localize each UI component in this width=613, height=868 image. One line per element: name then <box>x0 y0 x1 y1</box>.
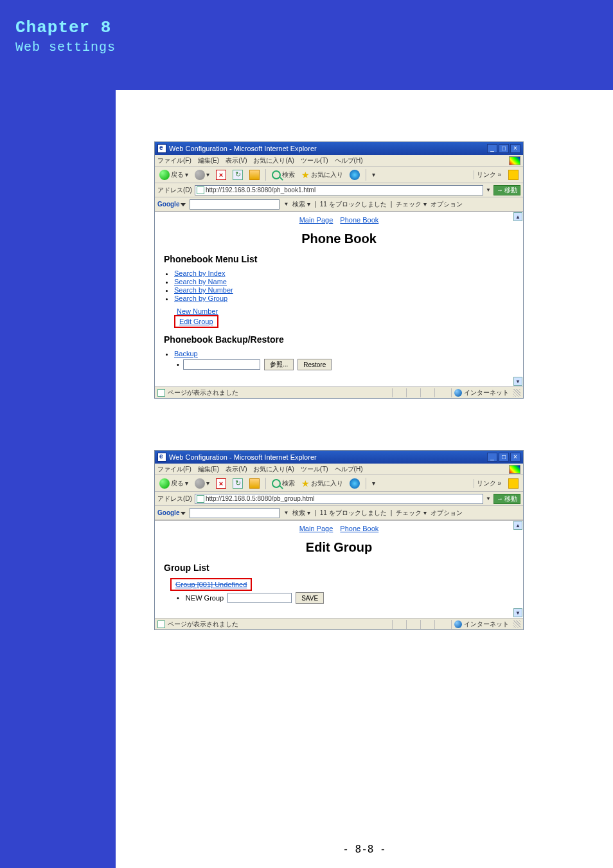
menu-edit[interactable]: 編集(E) <box>198 156 219 165</box>
google-toolbar: Google ▼ 検索 ▾ | 11 をブロックしました | チェック ▾ オプ… <box>155 197 523 212</box>
address-dropdown[interactable]: ▼ <box>486 496 491 502</box>
menu-tools[interactable]: ツール(T) <box>301 156 328 165</box>
google-options[interactable]: オプション <box>431 509 463 518</box>
chapter-subtitle: Web settings <box>15 40 116 55</box>
minimize-button[interactable]: _ <box>487 144 497 153</box>
address-url: http://192.168.0.5:8080/pb_group.html <box>206 495 315 502</box>
google-check[interactable]: チェック ▾ <box>396 509 427 518</box>
media-button[interactable] <box>348 168 362 181</box>
restore-file-input[interactable] <box>183 359 260 370</box>
page-icon <box>197 495 204 503</box>
address-url: http://192.168.0.5:8080/ph_book1.html <box>206 186 315 194</box>
close-button[interactable]: × <box>510 453 520 462</box>
scroll-down-button[interactable]: ▼ <box>513 608 522 617</box>
media-button[interactable] <box>348 477 362 490</box>
phone-book-link[interactable]: Phone Book <box>340 525 378 532</box>
backup-link[interactable]: Backup <box>174 350 198 357</box>
browse-button[interactable]: 参照... <box>264 359 294 370</box>
home-button[interactable] <box>247 477 262 490</box>
menu-view[interactable]: 表示(V) <box>226 465 247 474</box>
main-page-link[interactable]: Main Page <box>299 525 333 532</box>
scroll-up-button[interactable]: ▲ <box>513 212 522 221</box>
google-search-input[interactable] <box>190 199 280 210</box>
favorites-button[interactable]: ★お気に入り <box>299 477 345 490</box>
google-check[interactable]: チェック ▾ <box>396 200 427 209</box>
search-by-name-link[interactable]: Search by Name <box>174 278 227 285</box>
edit-group-link[interactable]: Edit Group <box>179 318 213 325</box>
back-button[interactable]: 戻る ▾ <box>157 477 190 490</box>
norton-button[interactable] <box>506 477 520 490</box>
menu-file[interactable]: ファイル(F) <box>157 156 191 165</box>
go-button[interactable]: → 移動 <box>493 494 520 504</box>
stop-icon: × <box>216 478 226 489</box>
star-icon: ★ <box>301 478 310 489</box>
save-button[interactable]: SAVE <box>296 592 324 604</box>
google-search-button[interactable]: 検索 ▾ <box>292 200 310 209</box>
google-search-input[interactable] <box>190 508 280 518</box>
refresh-button[interactable]: ↻ <box>231 168 245 181</box>
search-button[interactable]: 検索 <box>270 168 297 181</box>
main-page-link[interactable]: Main Page <box>299 216 333 224</box>
status-bar: ページが表示されました インターネット <box>155 618 523 629</box>
google-options[interactable]: オプション <box>431 200 463 209</box>
toolbar-extra[interactable]: ▾ <box>370 477 377 490</box>
media-icon <box>350 170 360 180</box>
restore-button[interactable]: Restore <box>298 359 332 370</box>
menu-help[interactable]: ヘルプ(H) <box>335 465 363 474</box>
search-icon <box>272 170 281 179</box>
search-by-number-link[interactable]: Search by Number <box>174 286 233 294</box>
maximize-button[interactable]: □ <box>499 453 509 462</box>
media-icon <box>350 478 360 489</box>
forward-button[interactable]: ▾ <box>193 168 211 181</box>
page-content: Web Configuration - Microsoft Internet E… <box>116 90 613 836</box>
minimize-button[interactable]: _ <box>487 453 497 462</box>
maximize-button[interactable]: □ <box>499 144 509 153</box>
stop-button[interactable]: × <box>214 168 228 181</box>
resize-grip-icon <box>513 389 520 397</box>
google-blocked[interactable]: 11 をブロックしました <box>320 200 387 209</box>
address-dropdown[interactable]: ▼ <box>486 187 491 193</box>
menu-favorites[interactable]: お気に入り(A) <box>253 156 294 165</box>
close-button[interactable]: × <box>510 144 520 153</box>
new-group-input[interactable] <box>227 593 292 603</box>
norton-button[interactable] <box>506 168 520 181</box>
toolbar: 戻る ▾ ▾ × ↻ 検索 ★お気に入り ▾ リンク » <box>155 167 523 183</box>
menu-file[interactable]: ファイル(F) <box>157 465 191 474</box>
phone-book-link[interactable]: Phone Book <box>340 216 378 224</box>
search-button[interactable]: 検索 <box>270 477 297 490</box>
stop-button[interactable]: × <box>214 477 228 490</box>
google-logo[interactable]: Google <box>157 509 186 516</box>
forward-button[interactable]: ▾ <box>193 477 211 490</box>
status-page-icon <box>157 389 165 397</box>
status-zone: インターネット <box>451 388 509 397</box>
menu-view[interactable]: 表示(V) <box>226 156 247 165</box>
search-by-group-link[interactable]: Search by Group <box>174 294 227 302</box>
address-input[interactable]: http://192.168.0.5:8080/pb_group.html <box>195 494 483 504</box>
back-button[interactable]: 戻る ▾ <box>157 168 190 181</box>
home-button[interactable] <box>247 168 262 181</box>
new-number-link[interactable]: New Number <box>177 307 523 315</box>
favorites-button[interactable]: ★お気に入り <box>299 168 345 181</box>
links-label[interactable]: リンク » <box>474 479 504 488</box>
menu-favorites[interactable]: お気に入り(A) <box>253 465 294 474</box>
search-by-index-link[interactable]: Search by Index <box>174 269 226 277</box>
refresh-button[interactable]: ↻ <box>231 477 245 490</box>
menu-help[interactable]: ヘルプ(H) <box>335 156 363 165</box>
links-label[interactable]: リンク » <box>474 170 504 179</box>
window-title: Web Configuration - Microsoft Internet E… <box>169 145 317 152</box>
go-button[interactable]: → 移動 <box>493 185 520 195</box>
home-icon <box>249 170 260 180</box>
toolbar-extra[interactable]: ▾ <box>370 168 377 181</box>
google-search-button[interactable]: 検索 ▾ <box>292 509 310 518</box>
menu-bar: ファイル(F) 編集(E) 表示(V) お気に入り(A) ツール(T) ヘルプ(… <box>155 155 523 167</box>
google-logo[interactable]: Google <box>157 201 186 208</box>
address-bar: アドレス(D) http://192.168.0.5:8080/ph_book1… <box>155 183 523 197</box>
address-input[interactable]: http://192.168.0.5:8080/ph_book1.html <box>195 185 483 195</box>
menu-tools[interactable]: ツール(T) <box>301 465 328 474</box>
scroll-up-button[interactable]: ▲ <box>513 521 522 530</box>
menu-edit[interactable]: 編集(E) <box>198 465 219 474</box>
group-001-link[interactable]: Group [001] Undefined <box>175 581 247 588</box>
address-bar: アドレス(D) http://192.168.0.5:8080/pb_group… <box>155 492 523 506</box>
scroll-down-button[interactable]: ▼ <box>513 377 522 386</box>
google-blocked[interactable]: 11 をブロックしました <box>320 509 387 518</box>
